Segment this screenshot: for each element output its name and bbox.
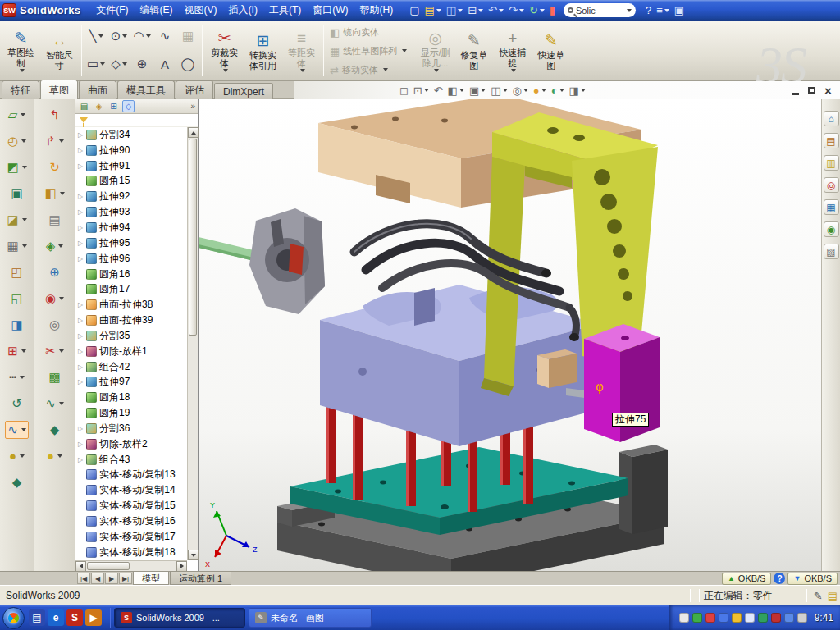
document-restore-button[interactable] (805, 84, 819, 97)
tab-surfaces[interactable]: 曲面 (79, 80, 116, 99)
internet-explorer-button[interactable]: e (48, 609, 64, 626)
pattern-grid-tool[interactable]: ▦ (177, 23, 199, 49)
tab-model[interactable]: 模型 (133, 572, 169, 585)
dome-button[interactable]: ● (7, 447, 27, 465)
extrude-boss-button[interactable]: ▱ (6, 106, 29, 124)
tray-messenger-icon[interactable] (705, 613, 715, 623)
print-button[interactable]: ⊟ (466, 2, 485, 19)
dropdown-arrow-icon[interactable] (581, 89, 586, 92)
configurationmanager-tab-icon[interactable]: ⊞ (107, 100, 120, 112)
swept-boss-button[interactable]: ◩ (4, 158, 29, 176)
dropdown-arrow-icon[interactable] (122, 34, 127, 38)
sphere-tool-button[interactable]: ● (44, 447, 65, 465)
chamfer-tool-button[interactable]: ↱ (43, 132, 66, 150)
expand-arrow-icon[interactable]: ▷ (77, 208, 84, 216)
feature-tree-filter-row[interactable] (75, 114, 198, 127)
tree-item[interactable]: ▷拉伸97 (75, 375, 187, 390)
fillet-tool-button[interactable]: ↰ (47, 106, 62, 124)
zoom-area-button[interactable]: ⊡ (412, 83, 431, 98)
dropdown-arrow-icon[interactable] (559, 89, 564, 92)
combine-tool-button[interactable]: ⊕ (47, 263, 62, 281)
polygon-tool[interactable]: ◇ (108, 51, 130, 77)
tab-nav-button-1[interactable]: ◀ (91, 573, 104, 584)
badge-help-button[interactable]: ? (774, 573, 785, 584)
tree-item[interactable]: 实体-移动/复制13 (75, 468, 187, 483)
gem-feature-button[interactable]: ◈ (43, 237, 66, 255)
menu-edit[interactable]: 编辑(E) (135, 0, 179, 21)
graphics-viewport[interactable]: φ (199, 99, 821, 571)
spline-feature-button[interactable]: ∿ (5, 421, 29, 439)
document-close-button[interactable]: × (821, 84, 835, 97)
tree-item[interactable]: 实体-移动/复制17 (75, 529, 187, 545)
freeform-button[interactable]: ◆ (10, 473, 25, 491)
exploded-mold-assembly[interactable]: φ (199, 99, 821, 571)
save-button[interactable]: ◫ (445, 2, 464, 19)
dropdown-arrow-icon[interactable] (459, 89, 464, 92)
tree-item[interactable]: ▷拉伸95 (75, 235, 187, 251)
hole-wizard-button[interactable]: ◉ (43, 290, 66, 308)
tree-item[interactable]: ▷切除-放样2 (75, 436, 187, 452)
tree-item[interactable]: ▷拉伸96 (75, 251, 187, 267)
mirror-feature-button[interactable]: ◧ (42, 185, 66, 203)
dropdown-arrow-icon[interactable] (22, 166, 27, 169)
dropdown-arrow-icon[interactable] (511, 69, 516, 72)
start-button[interactable] (2, 607, 25, 629)
scrollbar-thumb[interactable] (87, 562, 130, 570)
solidworks-quick-button[interactable]: S (66, 609, 83, 626)
menu-help[interactable]: 帮助(H) (354, 0, 399, 21)
expand-arrow-icon[interactable]: ▷ (77, 301, 84, 308)
expand-arrow-icon[interactable]: ▷ (77, 240, 84, 247)
task-button-solidworks[interactable]: SSolidWorks 2009 - ... (114, 608, 245, 628)
dropdown-arrow-icon[interactable] (58, 244, 63, 248)
tree-item[interactable]: ▷曲面-拉伸38 (75, 297, 187, 313)
dropdown-arrow-icon[interactable] (436, 9, 441, 12)
expand-arrow-icon[interactable]: ▷ (77, 147, 84, 154)
tree-item[interactable]: ▷组合42 (75, 359, 187, 375)
repair-sketch-button[interactable]: ✎修复草图 (454, 22, 493, 80)
circle-tool[interactable]: ⊙ (108, 23, 130, 49)
dropdown-arrow-icon[interactable] (20, 454, 25, 458)
view-orientation-button[interactable]: ▣ (468, 83, 487, 98)
dropdown-arrow-icon[interactable] (383, 68, 388, 71)
tree-item[interactable]: 实体-移动/复制15 (75, 498, 187, 514)
document-minimize-button[interactable] (788, 84, 802, 97)
dropdown-arrow-icon[interactable] (499, 9, 504, 12)
arc-tool[interactable]: ◠ (131, 23, 153, 49)
tree-item[interactable]: ▷曲面-拉伸39 (75, 313, 187, 328)
tray-display-icon[interactable] (784, 613, 794, 623)
tree-item[interactable]: 圆角15 (75, 174, 187, 189)
quick-snaps-button[interactable]: +快速捕捉 (493, 22, 532, 80)
tray-update-icon[interactable] (732, 613, 742, 623)
scroll-down-button[interactable] (188, 550, 199, 560)
new-document-button[interactable]: ▢ (408, 2, 421, 19)
tree-item[interactable]: 实体-移动/复制14 (75, 482, 187, 498)
dropdown-arrow-icon[interactable] (22, 244, 27, 248)
expand-arrow-icon[interactable]: ▷ (77, 131, 84, 139)
expand-arrow-icon[interactable]: ▷ (77, 193, 84, 200)
display-delete-relations-button[interactable]: ◎显示/删除几... (416, 22, 454, 80)
view-settings-button[interactable]: ◨ (568, 83, 587, 98)
tree-item[interactable]: ▷拉伸91 (75, 158, 187, 174)
menu-window[interactable]: 窗口(W) (307, 0, 354, 21)
apply-scene-button[interactable]: ◐ (550, 83, 566, 98)
boundary-boss-button[interactable]: ◪ (4, 211, 29, 229)
rectangle-tool[interactable]: ▭ (85, 51, 107, 77)
dropdown-arrow-icon[interactable] (20, 376, 25, 379)
dropdown-arrow-icon[interactable] (223, 69, 228, 72)
search-input[interactable]: Solic (576, 6, 623, 16)
display-style-button[interactable]: ◫ (489, 83, 509, 98)
file-explorer-button[interactable]: ▥ (824, 155, 839, 171)
expand-arrow-icon[interactable]: ▷ (77, 348, 84, 355)
wrap-button[interactable]: ⊞ (5, 342, 29, 360)
lofted-boss-button[interactable]: ▣ (8, 185, 25, 203)
tree-item[interactable]: 圆角18 (75, 390, 187, 405)
dropdown-arrow-icon[interactable] (503, 89, 508, 92)
tray-input-icon[interactable] (679, 613, 689, 623)
model-handle-assembly[interactable] (199, 208, 325, 314)
tree-item[interactable]: 圆角16 (75, 267, 187, 282)
previous-view-button[interactable]: ↶ (432, 83, 445, 98)
convert-entities-button[interactable]: ⊞转换实体引用 (244, 22, 282, 80)
move-entities-button[interactable]: ⇄移动实体 (330, 62, 407, 79)
dropdown-arrow-icon[interactable] (59, 402, 64, 405)
tray-scheduler-icon[interactable] (797, 613, 807, 623)
